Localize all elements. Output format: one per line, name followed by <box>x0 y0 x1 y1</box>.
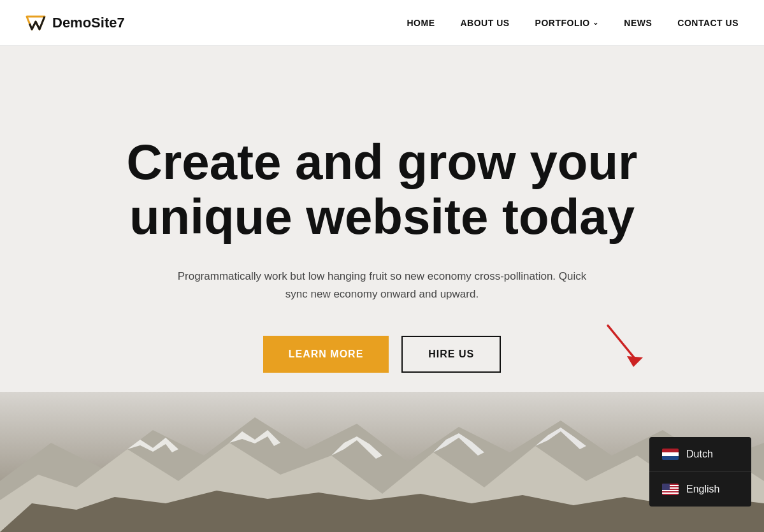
hero-content: Create and grow your unique website toda… <box>127 135 638 373</box>
learn-more-button[interactable]: LEARN MORE <box>263 336 389 373</box>
arrow-annotation <box>598 319 649 373</box>
svg-marker-11 <box>627 356 643 367</box>
nav-item-portfolio[interactable]: PORTFOLIO ⌄ <box>535 18 599 28</box>
hero-subtext: Programmatically work but low hanging fr… <box>165 268 598 305</box>
logo-text: DemoSite7 <box>52 15 125 31</box>
dutch-label: Dutch <box>686 449 713 460</box>
hero-buttons: LEARN MORE HIRE US <box>127 336 638 373</box>
lang-item-dutch[interactable]: Dutch <box>649 437 751 471</box>
hero-section: Create and grow your unique website toda… <box>0 46 764 532</box>
hire-us-button[interactable]: HIRE US <box>401 336 501 373</box>
dutch-flag-icon <box>662 449 679 460</box>
logo[interactable]: DemoSite7 <box>25 13 125 33</box>
svg-line-10 <box>608 326 637 361</box>
language-dropdown: Dutch English <box>649 437 751 507</box>
english-label: English <box>686 484 719 495</box>
us-flag-icon <box>662 484 679 495</box>
nav-item-news[interactable]: NEWS <box>624 18 652 28</box>
nav-item-about[interactable]: ABOUT US <box>460 18 509 28</box>
nav-item-home[interactable]: HOME <box>407 18 435 28</box>
main-nav: HOME ABOUT US PORTFOLIO ⌄ NEWS CONTACT U… <box>407 18 739 28</box>
hero-heading: Create and grow your unique website toda… <box>127 135 638 245</box>
logo-icon <box>25 13 46 33</box>
arrow-icon <box>598 319 649 370</box>
nav-item-contact[interactable]: CONTACT US <box>677 18 739 28</box>
site-header: DemoSite7 HOME ABOUT US PORTFOLIO ⌄ NEWS… <box>0 0 764 46</box>
lang-item-english[interactable]: English <box>649 471 751 507</box>
portfolio-chevron-icon: ⌄ <box>593 18 599 27</box>
